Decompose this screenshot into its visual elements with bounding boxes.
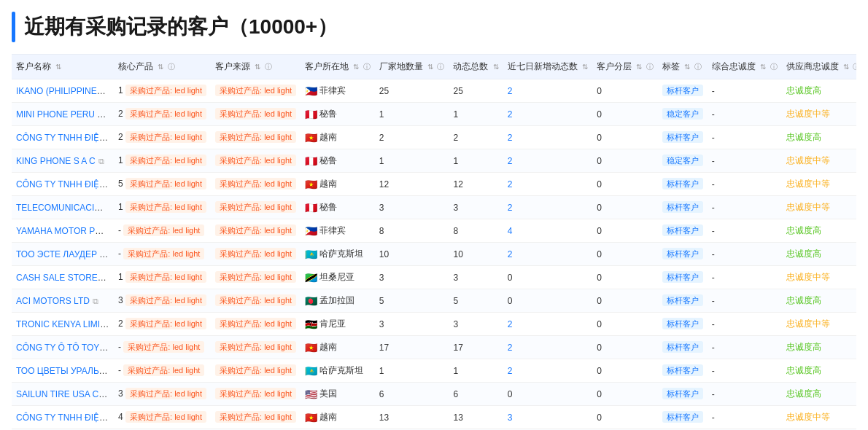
country-flag: 🇺🇸 — [305, 388, 317, 400]
info-icon-supplier-loyalty[interactable]: ⓘ — [853, 63, 856, 71]
info-icon-segment[interactable]: ⓘ — [646, 63, 654, 71]
info-icon-location[interactable]: ⓘ — [363, 63, 371, 71]
sort-icon-supplier-loyalty[interactable]: ⇅ — [843, 63, 849, 71]
product-tag: 采购过产品: led light — [125, 85, 206, 96]
loyalty-cell: 忠诚度高 — [782, 336, 856, 359]
tags-cell: - — [708, 149, 782, 173]
customer-name-link[interactable]: ТОО ЭСТЕ ЛАУДЕР КАЗАХСТАН — [16, 249, 114, 259]
customer-name-cell: CÔNG TY TNHH ĐIỆN TỬ SNC ...⧉ — [12, 126, 114, 149]
country-flag: 🇵🇪 — [305, 155, 317, 167]
country-flag: 🇻🇳 — [305, 132, 317, 144]
source-cell: 采购过产品: led light — [211, 196, 301, 219]
location-cell: 🇻🇳越南 — [301, 173, 375, 196]
col-header-total-actions: 动态总数 ⇅ — [449, 55, 503, 79]
customer-name-link[interactable]: CÔNG TY Ô TÔ TOYOTA VIỆT N... — [16, 343, 114, 353]
country-flag: 🇻🇳 — [305, 342, 317, 353]
source-tag: 采购过产品: led light — [215, 271, 296, 283]
loyalty-cell: 忠诚度高 — [782, 126, 856, 149]
customers-table: 客户名称 ⇅ 核心产品 ⇅ ⓘ 客户来源 ⇅ ⓘ 客户所在地 — [12, 54, 856, 430]
location-cell: 🇵🇭菲律宾 — [301, 219, 375, 243]
customer-name-link[interactable]: TRONIC KENYA LIMITED — [16, 319, 114, 329]
customer-name-link[interactable]: ТОО ЦВЕТЫ УРАЛЬСКА — [16, 366, 114, 376]
loyalty-cell: 忠诚度中等 — [782, 406, 856, 429]
location-cell: 🇻🇳越南 — [301, 126, 375, 149]
sort-icon-loyalty[interactable]: ⇅ — [760, 63, 766, 71]
core-product-cell: 3 采购过产品: led light — [114, 289, 211, 313]
country-flag: 🇵🇭 — [305, 85, 317, 97]
sort-icon-supplier-count[interactable]: ⇅ — [427, 63, 433, 71]
sort-icon-location[interactable]: ⇅ — [353, 63, 359, 71]
country-cell: 🇧🇩孟加拉国 — [305, 294, 371, 307]
table-row: CÔNG TY TNHH ĐIỆN STANLEY...⧉4 采购过产品: le… — [12, 406, 856, 429]
page-wrapper: 近期有采购记录的客户（10000+） 客户名称 ⇅ 核心产品 ⇅ ⓘ 客户来源 — [0, 0, 868, 430]
location-cell: 🇵🇪秘鲁 — [301, 103, 375, 126]
col-header-segment: 客户分层 ⇅ ⓘ — [592, 55, 658, 79]
segment-tag: 稳定客户 — [662, 108, 703, 120]
source-tag: 采购过产品: led light — [215, 201, 296, 213]
country-flag: 🇵🇪 — [305, 202, 317, 214]
segment-cell: 稳定客户 — [658, 103, 708, 126]
loyalty-value: 忠诚度中等 — [786, 155, 830, 165]
segment-cell: 标杆客户 — [658, 406, 708, 429]
source-tag: 采购过产品: led light — [215, 318, 296, 329]
core-product-cell: - 采购过产品: led light — [114, 336, 211, 359]
customer-name-link[interactable]: CÔNG TY TNHH ĐIỆN TỬ SNC ... — [16, 133, 114, 143]
segment-tag: 标杆客户 — [662, 201, 703, 213]
total-actions-cell: 12 — [449, 173, 503, 196]
customer-name-link[interactable]: TELECOMUNICACIONES VALLE ... — [16, 203, 114, 213]
loyalty-cell: 忠诚度高 — [782, 289, 856, 313]
segment-tag: 标杆客户 — [662, 131, 703, 143]
sort-icon-weekly[interactable]: ⇅ — [582, 63, 588, 71]
customer-name-link[interactable]: KING PHONE S A C — [16, 156, 96, 166]
sort-icon-total[interactable]: ⇅ — [493, 63, 499, 71]
copy-icon[interactable]: ⧉ — [98, 157, 104, 165]
country-flag: 🇰🇿 — [305, 249, 317, 260]
weekly-new-cell: 4 — [503, 219, 592, 243]
weekly-count: 3 — [508, 413, 513, 423]
customer-name-cell: TELECOMUNICACIONES VALLE ...⧉ — [12, 196, 114, 219]
total-actions-cell: 13 — [449, 406, 503, 429]
customer-name-link[interactable]: CÔNG TY TNHH ĐIỆN STANLEY... — [16, 413, 114, 423]
table-body: IKANO (PHILIPPINES) INC⧉1 采购过产品: led lig… — [12, 79, 856, 431]
copy-icon[interactable]: ⧉ — [93, 297, 98, 305]
info-icon-supplier-count[interactable]: ⓘ — [437, 63, 444, 71]
loyalty-value: 忠诚度中等 — [786, 412, 830, 422]
new-actions-cell: 0 — [592, 243, 658, 266]
customer-name-link[interactable]: CASH SALE STORES LTD. — [16, 273, 114, 283]
weekly-new-cell: 0 — [503, 266, 592, 289]
customer-name-link[interactable]: ACI MOTORS LTD — [16, 296, 90, 306]
customer-name-link[interactable]: SAILUN TIRE USA CORP — [16, 389, 114, 399]
sort-icon-name[interactable]: ⇅ — [55, 63, 61, 71]
info-icon-core[interactable]: ⓘ — [168, 63, 175, 71]
core-product-cell: - 采购过产品: led light — [114, 243, 211, 266]
location-cell: 🇻🇳越南 — [301, 336, 375, 359]
info-icon-loyalty[interactable]: ⓘ — [770, 63, 778, 71]
country-flag: 🇧🇩 — [305, 295, 317, 307]
supplier-count-cell: 5 — [375, 289, 449, 313]
customer-name-link[interactable]: IKANO (PHILIPPINES) INC — [16, 86, 114, 96]
customer-name-link[interactable]: YAMAHA MOTOR PHILIPPINES I... — [16, 226, 114, 236]
core-product-cell: - 采购过产品: led light — [114, 219, 211, 243]
source-cell: 采购过产品: led light — [211, 126, 301, 149]
weekly-new-cell: 2 — [503, 103, 592, 126]
info-icon-tags[interactable]: ⓘ — [694, 63, 702, 71]
source-cell: 采购过产品: led light — [211, 79, 301, 103]
table-row: ТОО ЦВЕТЫ УРАЛЬСКА⧉- 采购过产品: led light采购过… — [12, 359, 856, 383]
table-row: MINI PHONE PERU SAC⧉2 采购过产品: led light采购… — [12, 103, 856, 126]
customer-name-link[interactable]: CÔNG TY TNHH ĐIỆN TỬ SAMS... — [16, 179, 114, 189]
weekly-count: 2 — [508, 203, 513, 213]
total-actions-cell: 25 — [449, 79, 503, 103]
tags-cell: - — [708, 289, 782, 313]
sort-icon-core[interactable]: ⇅ — [158, 63, 163, 71]
table-row: TRONIC KENYA LIMITED⧉2 采购过产品: led light采… — [12, 313, 856, 336]
sort-icon-segment[interactable]: ⇅ — [636, 63, 642, 71]
col-header-weekly-new: 近七日新增动态数 ⇅ — [503, 55, 592, 79]
sort-icon-tags[interactable]: ⇅ — [684, 63, 690, 71]
sort-icon-source[interactable]: ⇅ — [255, 63, 260, 71]
source-tag: 采购过产品: led light — [215, 411, 296, 423]
customer-name-link[interactable]: MINI PHONE PERU SAC — [16, 109, 114, 120]
info-icon-source[interactable]: ⓘ — [265, 63, 272, 71]
segment-cell: 标杆客户 — [658, 383, 708, 406]
new-actions-cell: 0 — [592, 383, 658, 406]
weekly-count: 2 — [508, 319, 513, 329]
